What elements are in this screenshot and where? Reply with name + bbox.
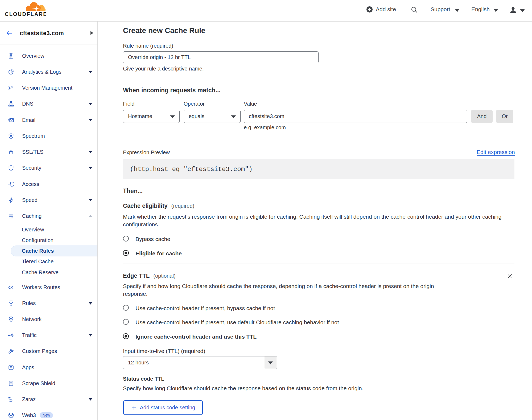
svg-text:CLOUDFLARE: CLOUDFLARE [5, 11, 46, 17]
